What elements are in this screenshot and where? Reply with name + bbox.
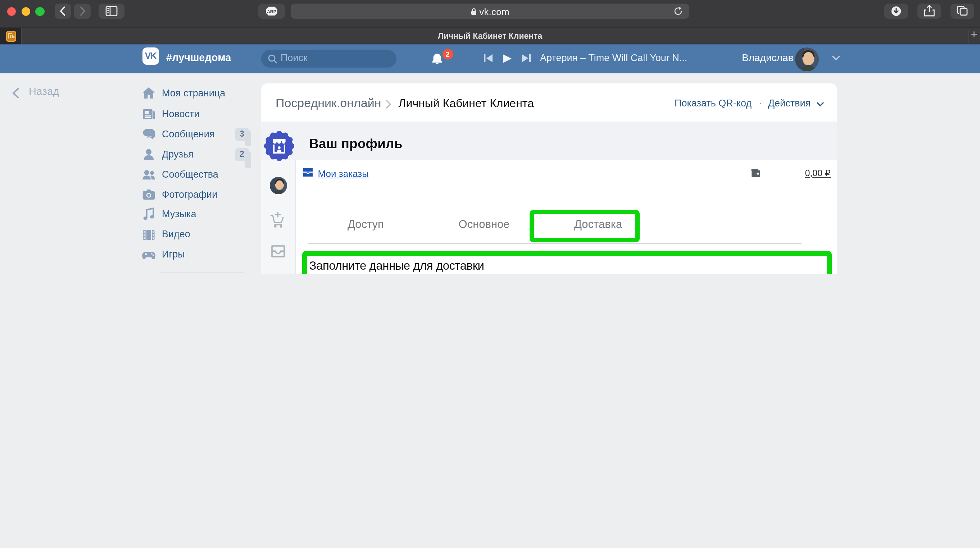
svg-text:ABP: ABP (267, 10, 276, 14)
